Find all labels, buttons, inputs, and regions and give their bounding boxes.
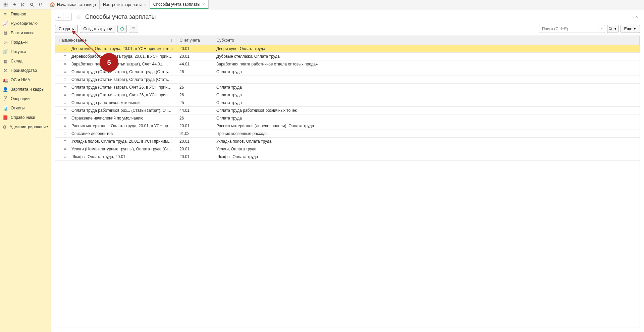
- bell-icon[interactable]: [36, 0, 45, 9]
- close-page-icon[interactable]: ×: [633, 14, 640, 19]
- cell-subconto: Оплата труда: [213, 91, 640, 99]
- sidebar-item-admin[interactable]: ⚙Администрирование: [0, 122, 51, 132]
- sidebar-item-warehouse[interactable]: ▦Склад: [0, 56, 51, 66]
- sidebar-item-label: Справочники: [11, 115, 35, 120]
- cell-account: 25: [176, 99, 213, 107]
- search-input[interactable]: [539, 25, 598, 33]
- search-clear-icon[interactable]: ×: [598, 25, 605, 33]
- cell-subconto: Оплата труда: [213, 84, 640, 91]
- cell-account: 26: [176, 68, 213, 76]
- cell-account: 26: [176, 91, 213, 99]
- row-icon: [64, 108, 69, 113]
- sidebar-item-production[interactable]: ⚒Производство: [0, 66, 51, 75]
- svg-rect-5: [7, 4, 8, 5]
- row-icon: [64, 77, 69, 82]
- tab-home[interactable]: 🏠 Начальная страница: [46, 0, 100, 9]
- tab-salary-methods[interactable]: Способы учета зарплаты ×: [150, 0, 209, 9]
- sidebar-item-salary[interactable]: 👤Зарплата и кадры: [0, 85, 51, 94]
- sidebar-item-bank[interactable]: 🏛Банк и касса: [0, 28, 51, 38]
- sidebar-item-directories[interactable]: 📕Справочники: [0, 113, 51, 122]
- sidebar-item-label: Продажи: [11, 40, 28, 45]
- table-row[interactable]: Отражение начислений по умолчанию26Оплат…: [55, 114, 640, 122]
- find-by-button[interactable]: [117, 25, 127, 33]
- svg-point-15: [609, 27, 611, 30]
- menu-icon: ≡: [3, 12, 8, 17]
- sidebar-item-label: Руководителю: [11, 21, 38, 26]
- svg-point-9: [31, 3, 33, 5]
- table-row[interactable]: Оплата труда (Статьи затрат), Оплата тру…: [55, 76, 640, 84]
- sidebar-item-manager[interactable]: 📈Руководителю: [0, 19, 51, 28]
- cell-subconto: Услуги, Оплата труда: [213, 145, 640, 153]
- table-row[interactable]: Заработная плата ... (Статьи затрат), Сч…: [55, 60, 640, 68]
- create-button[interactable]: Создать: [55, 25, 78, 33]
- cell-name: Распил материалов, Оплата труда, 20.01, …: [55, 122, 176, 130]
- cart-icon: 🛒: [3, 49, 8, 54]
- col-label: Наименование: [59, 38, 87, 43]
- row-icon: [64, 116, 69, 121]
- tab-label: Начальная страница: [57, 2, 96, 7]
- svg-rect-3: [4, 4, 5, 5]
- col-account-header[interactable]: Счет учета: [176, 36, 213, 45]
- book-icon: 📕: [3, 115, 8, 120]
- star-icon[interactable]: ★: [10, 0, 19, 9]
- svg-rect-0: [4, 2, 5, 3]
- col-label: Субконто: [217, 38, 234, 43]
- apps-icon[interactable]: [1, 0, 10, 9]
- table-row[interactable]: Двери-купе, Оплата труда, 20.01, в УСН п…: [55, 45, 640, 53]
- row-icon: [64, 93, 69, 97]
- table-row[interactable]: Списание депонентов91.02Прочие косвенные…: [55, 130, 640, 138]
- search-icon[interactable]: [28, 0, 36, 9]
- table-row[interactable]: Оплата труда (Статьи затрат), Оплата тру…: [55, 68, 640, 76]
- cell-subconto: Оплата труда: [213, 68, 640, 76]
- favorite-star-icon[interactable]: ☆: [76, 13, 81, 20]
- table-row[interactable]: Услуги (Номенклатурные группы), Оплата т…: [55, 145, 640, 153]
- table-row[interactable]: Шкафы, Оплата труда, 20.0120.01Шкафы, Оп…: [55, 153, 640, 161]
- history-icon[interactable]: [19, 0, 28, 9]
- table-row[interactable]: Оплата труда работников роз... (Статьи з…: [55, 107, 640, 114]
- row-icon: [64, 85, 69, 90]
- create-group-button[interactable]: Создать группу: [80, 25, 116, 33]
- cell-name: Оплата труда работников котельной: [55, 99, 176, 107]
- more-button[interactable]: Еще ▼: [621, 25, 640, 33]
- sidebar-item-purchases[interactable]: 🛒Покупки: [0, 47, 51, 56]
- col-name-header[interactable]: Наименование↓: [55, 36, 176, 45]
- cell-account: 20.01: [176, 138, 213, 145]
- table-row[interactable]: Укладка полов, Оплата труда, 20.01, в УС…: [55, 138, 640, 145]
- cell-account: [176, 76, 213, 84]
- cell-subconto: Оплата труда работников розничных точек: [213, 107, 640, 114]
- nav-buttons: ← →: [55, 13, 72, 21]
- table-row[interactable]: Оплата труда работников котельной25Оплат…: [55, 99, 640, 107]
- sidebar-item-reports[interactable]: 📊Отчеты: [0, 103, 51, 113]
- home-icon: 🏠: [50, 2, 55, 7]
- close-icon[interactable]: ×: [144, 2, 146, 7]
- row-icon: [64, 124, 69, 128]
- sidebar-item-assets[interactable]: 🚛ОС и НМА: [0, 75, 51, 85]
- table-row[interactable]: Оплата труда (Статьи затрат), Счет 26, в…: [55, 84, 640, 91]
- tab-label: Настройки зарплаты: [103, 2, 142, 7]
- row-icon: [64, 147, 69, 151]
- table-row[interactable]: Деревообработка, Оплата труда, 20.01, в …: [55, 53, 640, 60]
- close-icon[interactable]: ×: [202, 2, 205, 7]
- cell-name: Оплата труда (Статьи затрат), Оплата тру…: [55, 68, 176, 76]
- cell-name: Оплата труда работников роз... (Статьи з…: [55, 107, 176, 114]
- col-subconto-header[interactable]: Субконто: [213, 36, 640, 45]
- page-title: Способы учета зарплаты: [85, 13, 156, 20]
- back-button[interactable]: ←: [55, 13, 63, 20]
- sidebar-item-label: Операции: [11, 96, 30, 101]
- svg-point-11: [121, 28, 124, 31]
- table-row[interactable]: Оплата труда (Статьи затрат), Счет 26, в…: [55, 91, 640, 99]
- page-header: ← → ☆ Способы учета зарплаты ×: [51, 9, 644, 23]
- cell-subconto: Дубовые стеллажи, Оплата труда: [213, 53, 640, 60]
- cell-name: Оплата труда (Статьи затрат), Счет 26, в…: [55, 91, 176, 99]
- list-mode-button[interactable]: [129, 25, 138, 33]
- row-icon: [64, 139, 69, 144]
- tab-settings[interactable]: Настройки зарплаты ×: [99, 0, 150, 9]
- svg-rect-7: [5, 5, 6, 6]
- table-row[interactable]: Распил материалов, Оплата труда, 20.01, …: [55, 122, 640, 130]
- factory-icon: ⚒: [3, 68, 8, 73]
- search-menu-button[interactable]: ▼: [607, 25, 619, 33]
- sidebar-item-label: Банк и касса: [11, 31, 35, 35]
- sidebar-item-sales[interactable]: 🛍Продажи: [0, 38, 51, 47]
- sidebar-item-main[interactable]: ≡Главное: [0, 9, 51, 19]
- sidebar-item-operations[interactable]: ДтКтОперации: [0, 94, 51, 103]
